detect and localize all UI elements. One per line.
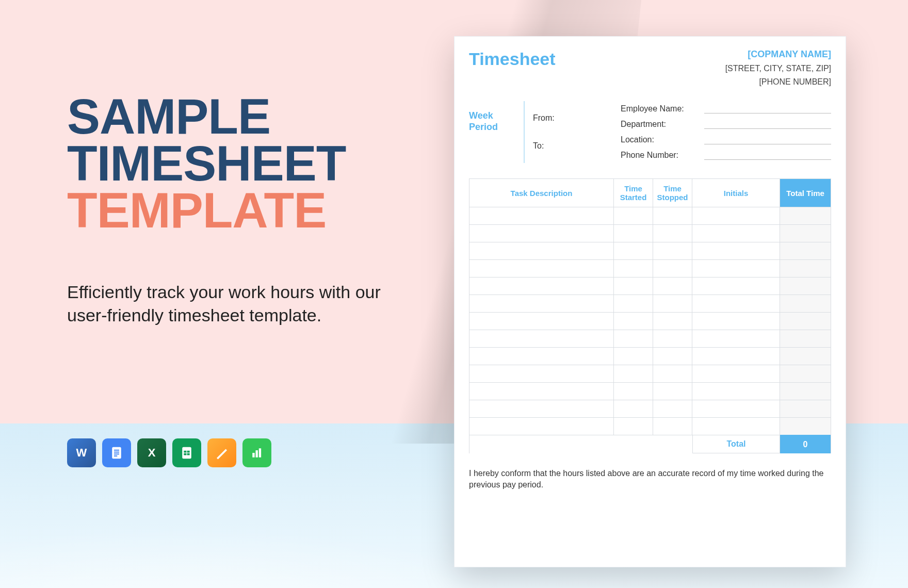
- docs-glyph-icon: [109, 445, 124, 461]
- col-start-header: Time Started: [614, 179, 653, 207]
- table-cell: [780, 295, 831, 312]
- col-initials-header: Initials: [692, 179, 780, 207]
- table-row: [469, 330, 831, 347]
- table-cell: [614, 347, 653, 365]
- table-cell: [653, 382, 692, 400]
- table-cell: [692, 277, 780, 295]
- svg-rect-1: [114, 450, 119, 451]
- timesheet-table: Task Description Time Started Time Stopp…: [469, 178, 831, 453]
- table-cell: [653, 207, 692, 224]
- phone-label: Phone Number:: [621, 151, 698, 160]
- table-cell: [653, 417, 692, 435]
- table-cell: [614, 400, 653, 417]
- table-cell: [469, 400, 614, 417]
- table-cell: [780, 242, 831, 259]
- table-cell: [692, 417, 780, 435]
- table-cell: [614, 224, 653, 242]
- table-row: [469, 207, 831, 224]
- svg-rect-6: [252, 453, 254, 458]
- table-cell: [614, 312, 653, 330]
- table-row: [469, 259, 831, 277]
- title-line-1: SAMPLE: [67, 93, 439, 140]
- svg-rect-4: [114, 455, 117, 456]
- svg-rect-7: [256, 450, 258, 458]
- table-cell: [692, 400, 780, 417]
- excel-icon[interactable]: X: [137, 438, 166, 467]
- google-docs-icon[interactable]: [102, 438, 131, 467]
- from-to-block: From: To:: [533, 101, 621, 163]
- table-cell: [780, 330, 831, 347]
- table-cell: [469, 312, 614, 330]
- table-cell: [780, 417, 831, 435]
- table-cell: [469, 347, 614, 365]
- location-label: Location:: [621, 135, 698, 144]
- table-row: [469, 400, 831, 417]
- employee-name-label: Employee Name:: [621, 104, 698, 113]
- table-cell: [692, 347, 780, 365]
- svg-rect-0: [112, 447, 121, 459]
- table-cell: [692, 382, 780, 400]
- company-block: [COPMANY NAME] [STREET, CITY, STATE, ZIP…: [725, 49, 831, 87]
- table-row: [469, 277, 831, 295]
- table-cell: [692, 224, 780, 242]
- table-cell: [614, 365, 653, 382]
- table-footer-row: Total 0: [469, 435, 831, 453]
- employee-name-line: [704, 104, 831, 113]
- table-row: [469, 365, 831, 382]
- table-cell: [692, 330, 780, 347]
- word-icon[interactable]: W: [67, 438, 96, 467]
- location-line: [704, 135, 831, 144]
- google-sheets-icon[interactable]: [172, 438, 201, 467]
- col-total-header: Total Time: [780, 179, 831, 207]
- table-cell: [653, 224, 692, 242]
- table-cell: [614, 295, 653, 312]
- pages-glyph-icon: [214, 445, 230, 461]
- table-cell: [780, 224, 831, 242]
- apple-pages-icon[interactable]: [207, 438, 236, 467]
- table-cell: [469, 382, 614, 400]
- table-cell: [692, 295, 780, 312]
- company-phone-placeholder: [PHONE NUMBER]: [725, 77, 831, 87]
- table-cell: [780, 312, 831, 330]
- table-cell: [653, 277, 692, 295]
- preview-title: Timesheet: [469, 49, 556, 69]
- sheets-glyph-icon: [179, 445, 194, 461]
- table-cell: [469, 365, 614, 382]
- table-cell: [469, 207, 614, 224]
- timesheet-preview-panel: Timesheet [COPMANY NAME] [STREET, CITY, …: [454, 36, 846, 567]
- table-cell: [780, 382, 831, 400]
- company-address-placeholder: [STREET, CITY, STATE, ZIP]: [725, 64, 831, 73]
- week-period-separator: [524, 101, 525, 163]
- table-cell: [614, 382, 653, 400]
- col-task-header: Task Description: [469, 179, 614, 207]
- app-icons-row: W X: [67, 438, 271, 467]
- table-cell: [614, 417, 653, 435]
- from-label: From:: [533, 113, 621, 123]
- subtitle: Efficiently track your work hours with o…: [67, 281, 418, 328]
- table-cell: [653, 295, 692, 312]
- department-label: Department:: [621, 120, 698, 129]
- apple-numbers-icon[interactable]: [242, 438, 271, 467]
- table-cell: [469, 330, 614, 347]
- table-row: [469, 224, 831, 242]
- table-cell: [614, 277, 653, 295]
- table-row: [469, 295, 831, 312]
- table-cell: [469, 259, 614, 277]
- table-cell: [653, 330, 692, 347]
- word-icon-label: W: [76, 446, 87, 460]
- table-cell: [653, 347, 692, 365]
- template-promo-card: SAMPLE TIMESHEET TEMPLATE Efficiently tr…: [0, 0, 908, 588]
- table-footer-spacer: [469, 435, 692, 453]
- table-cell: [692, 242, 780, 259]
- table-cell: [469, 224, 614, 242]
- svg-rect-3: [114, 453, 119, 454]
- table-cell: [614, 259, 653, 277]
- table-cell: [780, 259, 831, 277]
- preview-header: Timesheet [COPMANY NAME] [STREET, CITY, …: [469, 49, 831, 87]
- table-cell: [653, 242, 692, 259]
- table-cell: [653, 365, 692, 382]
- table-cell: [780, 400, 831, 417]
- employee-fields: Employee Name: Department: Location: Pho…: [621, 101, 831, 163]
- table-cell: [614, 242, 653, 259]
- table-cell: [653, 400, 692, 417]
